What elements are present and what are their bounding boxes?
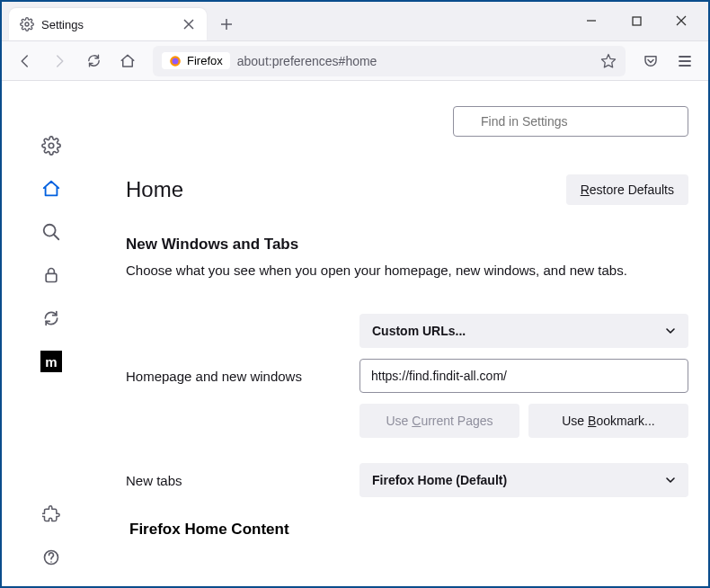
svg-rect-6 [46, 273, 57, 281]
close-icon[interactable] [182, 17, 196, 31]
svg-point-0 [25, 22, 29, 26]
sidebar-item-search[interactable] [40, 221, 62, 243]
close-window-button[interactable] [661, 1, 701, 40]
use-bookmark-button[interactable]: Use Bookmark... [528, 404, 688, 438]
category-sidebar: m [2, 81, 101, 586]
preferences-content: m Home Restore Defaults New Windows and … [2, 81, 708, 586]
app-menu-button[interactable] [670, 47, 699, 76]
star-icon[interactable] [600, 53, 617, 69]
gear-icon [20, 17, 34, 31]
svg-point-4 [49, 143, 54, 148]
browser-tab[interactable]: Settings [9, 8, 207, 40]
use-current-pages-button[interactable]: Use Current Pages [359, 404, 519, 438]
find-in-settings-input[interactable] [453, 106, 688, 137]
address-bar[interactable]: Firefox about:preferences#home [153, 46, 626, 76]
firefox-home-content-heading: Firefox Home Content [129, 521, 688, 539]
sidebar-item-privacy[interactable] [40, 264, 62, 286]
sidebar-item-more-mozilla[interactable]: m [40, 351, 62, 372]
svg-rect-1 [633, 17, 641, 25]
sidebar-item-sync[interactable] [40, 307, 62, 329]
restore-defaults-button[interactable]: Restore Defaults [566, 174, 688, 205]
select-value: Custom URLs... [372, 324, 466, 338]
newtabs-mode-select[interactable]: Firefox Home (Default) [359, 463, 688, 497]
minimize-button[interactable] [572, 1, 611, 40]
section-description: Choose what you see when you open your h… [126, 263, 688, 278]
homepage-mode-select[interactable]: Custom URLs... [359, 314, 688, 348]
homepage-url-input[interactable] [359, 359, 688, 393]
pocket-button[interactable] [636, 47, 665, 76]
maximize-button[interactable] [617, 1, 656, 40]
chevron-down-icon [665, 325, 676, 336]
tab-title: Settings [41, 18, 174, 31]
sidebar-item-extensions[interactable] [40, 503, 62, 525]
tab-strip: Settings [2, 2, 708, 41]
homepage-label-text: Homepage and new windows [126, 369, 342, 384]
identity-label: Firefox [187, 54, 223, 67]
firefox-logo-icon [169, 55, 182, 67]
forward-button[interactable] [45, 47, 74, 76]
section-heading: New Windows and Tabs [126, 236, 688, 254]
window-controls [572, 1, 701, 40]
sidebar-item-general[interactable] [40, 135, 62, 156]
page-title: Home [126, 177, 183, 202]
new-tab-button[interactable] [212, 8, 241, 40]
reload-button[interactable] [79, 47, 108, 76]
home-button[interactable] [113, 47, 142, 76]
sidebar-item-home[interactable] [40, 178, 62, 200]
settings-main: Home Restore Defaults New Windows and Ta… [101, 81, 708, 586]
select-value: Firefox Home (Default) [372, 473, 507, 487]
nav-toolbar: Firefox about:preferences#home [2, 41, 708, 81]
newtabs-label: New tabs [126, 473, 342, 488]
url-text: about:preferences#home [237, 54, 593, 68]
sidebar-item-support[interactable] [40, 547, 62, 568]
chevron-down-icon [665, 475, 676, 486]
svg-point-3 [173, 58, 179, 64]
back-button[interactable] [11, 47, 40, 76]
identity-box[interactable]: Firefox [162, 52, 230, 69]
